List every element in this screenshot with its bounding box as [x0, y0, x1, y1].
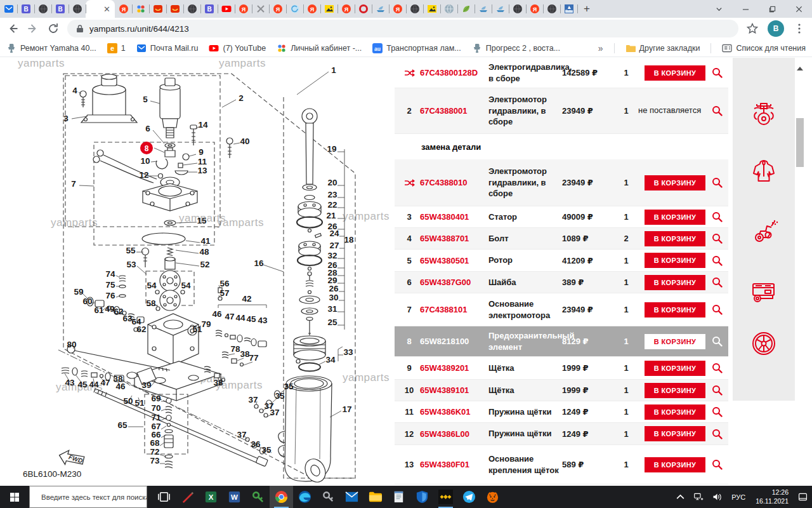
- magnifier-icon[interactable]: [712, 67, 728, 78]
- pinned-tab-boat-icon[interactable]: [372, 0, 389, 18]
- part-article-link[interactable]: 67C4388010: [420, 178, 488, 187]
- pinned-tab-image-icon[interactable]: [320, 0, 337, 18]
- pinned-tab-dots-icon[interactable]: [132, 0, 149, 18]
- reload-icon[interactable]: [47, 22, 60, 35]
- part-article-link[interactable]: 65W4389101: [420, 385, 488, 395]
- start-button[interactable]: [0, 486, 29, 508]
- minimize-button[interactable]: [732, 0, 759, 18]
- part-article-link[interactable]: 67C4388101: [420, 305, 488, 314]
- pinned-tab-yandex-icon[interactable]: Я: [526, 0, 543, 18]
- magnifier-icon[interactable]: [712, 406, 728, 417]
- pinned-tab-tools-icon[interactable]: [252, 0, 269, 18]
- forward-icon[interactable]: [27, 22, 39, 35]
- category-snowblower-icon[interactable]: [749, 216, 779, 246]
- part-article-link[interactable]: 65W4387G00: [420, 277, 488, 287]
- add-to-cart-button[interactable]: В КОРЗИНУ: [645, 404, 705, 420]
- bookmarks-overflow-chevron[interactable]: »: [598, 43, 603, 53]
- pinned-tab-b-icon[interactable]: B: [51, 0, 69, 18]
- reading-list-button[interactable]: Список для чтения: [722, 43, 806, 53]
- part-article-link[interactable]: 65W8218100: [420, 337, 488, 346]
- pinned-tab-b-icon[interactable]: B: [17, 0, 34, 18]
- highlighted-part-badge[interactable]: 8: [140, 142, 153, 154]
- magnifier-icon[interactable]: [712, 304, 728, 315]
- part-article-link[interactable]: 65W4386L00: [420, 429, 488, 439]
- tab-search-chevron-icon[interactable]: [705, 0, 732, 18]
- category-motorcycle-icon[interactable]: [749, 98, 779, 128]
- pinned-tab-b-icon[interactable]: B: [200, 0, 218, 18]
- pinned-tab-globe-icon[interactable]: [440, 0, 457, 18]
- pinned-tab-boat-icon[interactable]: [492, 0, 509, 18]
- add-to-cart-button[interactable]: В КОРЗИНУ: [645, 383, 705, 398]
- pinned-tab-yandex-icon[interactable]: Я: [235, 0, 252, 18]
- pinned-tab-image-icon[interactable]: [423, 0, 440, 18]
- active-tab[interactable]: ✕: [86, 0, 115, 18]
- other-bookmarks-folder[interactable]: Другие закладки: [625, 43, 700, 53]
- bookmark-star-icon[interactable]: [746, 22, 759, 35]
- category-generator-icon[interactable]: [749, 276, 779, 306]
- pinned-tab-sphere-icon[interactable]: [509, 0, 526, 18]
- taskbar-word-icon[interactable]: W: [223, 486, 246, 508]
- pinned-tab-sphere-icon[interactable]: [34, 0, 51, 18]
- taskbar-pencil-icon[interactable]: [176, 486, 199, 508]
- profile-avatar[interactable]: B: [768, 20, 784, 37]
- pinned-tab-bag-icon[interactable]: [166, 0, 183, 18]
- pinned-tab-yandex-icon[interactable]: Я: [269, 0, 286, 18]
- taskbar-explorer-icon[interactable]: [363, 486, 387, 508]
- magnifier-icon[interactable]: [712, 459, 728, 470]
- back-icon[interactable]: [6, 22, 19, 35]
- bookmark-item[interactable]: auТранспортная лам...: [372, 43, 461, 53]
- bookmark-item[interactable]: Прогресс 2 , воста...: [472, 43, 560, 53]
- add-to-cart-button[interactable]: В КОРЗИНУ: [645, 210, 705, 225]
- pinned-tab-ring-icon[interactable]: [355, 0, 372, 18]
- add-to-cart-button[interactable]: В КОРЗИНУ: [645, 231, 705, 246]
- bookmark-item[interactable]: Личный кабинет -...: [277, 43, 362, 53]
- pinned-tab-bag-icon[interactable]: [149, 0, 166, 18]
- maximize-button[interactable]: [759, 0, 785, 18]
- pinned-tab-leaf-icon[interactable]: [457, 0, 475, 18]
- taskbar-chrome-icon[interactable]: [270, 486, 293, 508]
- magnifier-icon[interactable]: [712, 177, 728, 188]
- address-bar[interactable]: yamparts.ru/unit/644/4213: [67, 20, 738, 37]
- pinned-tab-ship-icon[interactable]: [560, 0, 577, 18]
- volume-icon[interactable]: [708, 486, 726, 508]
- add-to-cart-button[interactable]: В КОРЗИНУ: [645, 334, 705, 349]
- new-tab-button[interactable]: +: [577, 0, 596, 18]
- add-to-cart-button[interactable]: В КОРЗИНУ: [645, 275, 705, 290]
- close-window-button[interactable]: [785, 0, 812, 18]
- part-article-link[interactable]: 67C4388001: [420, 106, 488, 116]
- taskbar-edge-icon[interactable]: [293, 486, 317, 508]
- pinned-tab-yandex-icon[interactable]: Я: [303, 0, 320, 18]
- magnifier-icon[interactable]: [712, 211, 728, 222]
- bookmark-item[interactable]: Ремонт Yamaha 40...: [6, 43, 96, 53]
- add-to-cart-button[interactable]: В КОРЗИНУ: [645, 361, 705, 376]
- part-article-link[interactable]: 67C43800128D: [420, 68, 488, 77]
- taskbar-mail-app-icon[interactable]: [340, 486, 363, 508]
- add-to-cart-button[interactable]: В КОРЗИНУ: [645, 65, 705, 81]
- part-article-link[interactable]: 65W4380501: [420, 256, 488, 265]
- magnifier-icon[interactable]: [712, 429, 728, 439]
- taskbar-notepad-icon[interactable]: [387, 486, 410, 508]
- category-jacket-icon[interactable]: [749, 157, 779, 187]
- pinned-tab-youtube-icon[interactable]: [218, 0, 235, 18]
- pinned-tab-sphere-icon[interactable]: [406, 0, 423, 18]
- pinned-tab-yandex-icon[interactable]: Я: [389, 0, 406, 18]
- tab-close-icon[interactable]: ✕: [103, 4, 110, 14]
- taskbar-taskview-icon[interactable]: [152, 486, 176, 508]
- taskbar-shield-icon[interactable]: [410, 486, 434, 508]
- magnifier-icon[interactable]: [712, 105, 728, 116]
- part-article-link[interactable]: 65W4386K01: [420, 407, 488, 417]
- part-article-link[interactable]: 65W4388701: [420, 234, 488, 243]
- magnifier-icon[interactable]: [712, 363, 728, 373]
- language-indicator[interactable]: РУС: [726, 486, 750, 508]
- category-wheel-icon[interactable]: [749, 328, 779, 359]
- clock[interactable]: 12:26 16.11.2021: [750, 486, 794, 508]
- url-text[interactable]: yamparts.ru/unit/644/4213: [89, 24, 189, 34]
- taskbar-binance-icon[interactable]: [434, 486, 457, 508]
- pinned-tab-yandex-icon[interactable]: Я: [115, 0, 132, 18]
- taskbar-key-dark-icon[interactable]: [317, 486, 340, 508]
- add-to-cart-button[interactable]: В КОРЗИНУ: [645, 426, 705, 441]
- taskbar-key-green-icon[interactable]: [246, 486, 270, 508]
- taskbar-search-input[interactable]: Введите здесь текст для поиска: [29, 486, 147, 508]
- magnifier-icon[interactable]: [712, 255, 728, 266]
- pinned-tab-boat-icon[interactable]: [475, 0, 492, 18]
